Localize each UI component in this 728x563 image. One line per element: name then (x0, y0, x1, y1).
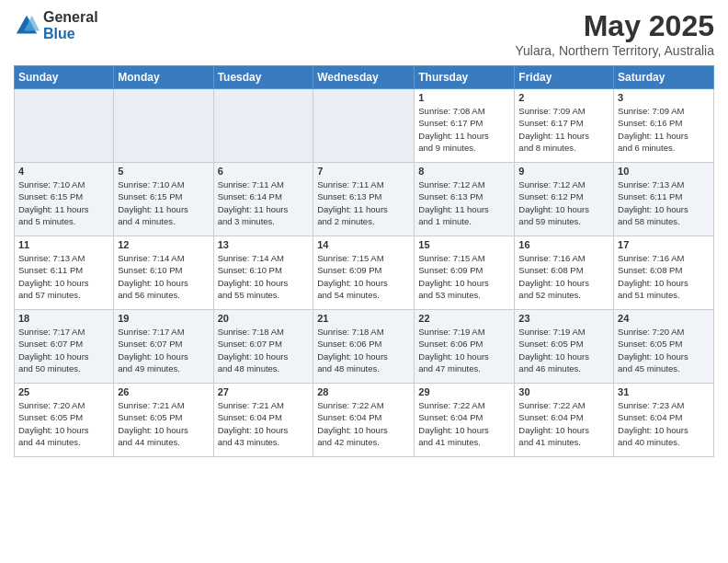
day-info: Sunrise: 7:13 AMSunset: 6:11 PMDaylight:… (18, 252, 109, 301)
calendar-table: SundayMondayTuesdayWednesdayThursdayFrid… (14, 65, 714, 457)
day-number: 8 (418, 166, 510, 177)
day-info: Sunrise: 7:21 AMSunset: 6:05 PMDaylight:… (118, 399, 209, 448)
day-number: 20 (218, 313, 310, 324)
calendar-cell: 3Sunrise: 7:09 AMSunset: 6:16 PMDaylight… (614, 89, 714, 163)
calendar-cell: 2Sunrise: 7:09 AMSunset: 6:17 PMDaylight… (515, 89, 614, 163)
calendar-cell: 16Sunrise: 7:16 AMSunset: 6:08 PMDayligh… (515, 236, 614, 310)
day-number: 5 (118, 166, 209, 177)
day-info: Sunrise: 7:14 AMSunset: 6:10 PMDaylight:… (218, 252, 310, 301)
day-number: 2 (518, 92, 609, 103)
header-day-monday: Monday (114, 66, 213, 89)
calendar-cell (313, 89, 415, 163)
day-number: 24 (618, 313, 710, 324)
calendar-cell: 31Sunrise: 7:23 AMSunset: 6:04 PMDayligh… (614, 384, 714, 457)
week-row-3: 11Sunrise: 7:13 AMSunset: 6:11 PMDayligh… (15, 236, 714, 310)
calendar-cell: 12Sunrise: 7:14 AMSunset: 6:10 PMDayligh… (114, 236, 213, 310)
header-day-sunday: Sunday (15, 66, 114, 89)
day-number: 4 (18, 166, 109, 177)
day-info: Sunrise: 7:16 AMSunset: 6:08 PMDaylight:… (518, 252, 609, 301)
day-number: 11 (18, 239, 109, 250)
title-block: May 2025 Yulara, Northern Territory, Aus… (515, 9, 714, 58)
logo-blue-text: Blue (43, 26, 98, 42)
calendar-cell: 8Sunrise: 7:12 AMSunset: 6:13 PMDaylight… (415, 163, 515, 236)
calendar-cell: 13Sunrise: 7:14 AMSunset: 6:10 PMDayligh… (213, 236, 313, 310)
day-info: Sunrise: 7:19 AMSunset: 6:05 PMDaylight:… (518, 326, 609, 374)
calendar-cell (213, 89, 313, 163)
calendar-cell: 27Sunrise: 7:21 AMSunset: 6:04 PMDayligh… (213, 384, 313, 457)
day-number: 15 (418, 239, 510, 250)
day-info: Sunrise: 7:09 AMSunset: 6:16 PMDaylight:… (618, 105, 710, 154)
month-year: May 2025 (515, 9, 714, 43)
day-number: 18 (18, 313, 109, 324)
calendar-cell: 6Sunrise: 7:11 AMSunset: 6:14 PMDaylight… (213, 163, 313, 236)
calendar-cell: 19Sunrise: 7:17 AMSunset: 6:07 PMDayligh… (114, 310, 213, 384)
day-number: 9 (518, 166, 609, 177)
header-day-saturday: Saturday (614, 66, 714, 89)
calendar-cell: 17Sunrise: 7:16 AMSunset: 6:08 PMDayligh… (614, 236, 714, 310)
week-row-4: 18Sunrise: 7:17 AMSunset: 6:07 PMDayligh… (15, 310, 714, 384)
header-day-tuesday: Tuesday (213, 66, 313, 89)
day-info: Sunrise: 7:22 AMSunset: 6:04 PMDaylight:… (518, 399, 609, 448)
calendar-cell: 26Sunrise: 7:21 AMSunset: 6:05 PMDayligh… (114, 384, 213, 457)
day-info: Sunrise: 7:15 AMSunset: 6:09 PMDaylight:… (317, 252, 410, 301)
calendar-cell: 1Sunrise: 7:08 AMSunset: 6:17 PMDaylight… (415, 89, 515, 163)
day-info: Sunrise: 7:18 AMSunset: 6:07 PMDaylight:… (218, 326, 310, 374)
calendar-cell: 4Sunrise: 7:10 AMSunset: 6:15 PMDaylight… (15, 163, 114, 236)
day-info: Sunrise: 7:23 AMSunset: 6:04 PMDaylight:… (618, 399, 710, 448)
day-number: 10 (618, 166, 710, 177)
header-day-wednesday: Wednesday (313, 66, 415, 89)
calendar-cell: 23Sunrise: 7:19 AMSunset: 6:05 PMDayligh… (515, 310, 614, 384)
day-number: 30 (518, 386, 609, 397)
day-number: 17 (618, 239, 710, 250)
calendar-cell: 29Sunrise: 7:22 AMSunset: 6:04 PMDayligh… (415, 384, 515, 457)
header-row: SundayMondayTuesdayWednesdayThursdayFrid… (15, 66, 714, 89)
calendar-body: 1Sunrise: 7:08 AMSunset: 6:17 PMDaylight… (15, 89, 714, 457)
day-info: Sunrise: 7:22 AMSunset: 6:04 PMDaylight:… (418, 399, 510, 448)
day-number: 6 (218, 166, 310, 177)
logo-icon (14, 13, 40, 39)
header-day-friday: Friday (515, 66, 614, 89)
day-number: 29 (418, 386, 510, 397)
day-number: 14 (317, 239, 410, 250)
calendar-cell: 9Sunrise: 7:12 AMSunset: 6:12 PMDaylight… (515, 163, 614, 236)
day-number: 19 (118, 313, 209, 324)
day-number: 22 (418, 313, 510, 324)
day-number: 28 (317, 386, 410, 397)
week-row-1: 1Sunrise: 7:08 AMSunset: 6:17 PMDaylight… (15, 89, 714, 163)
week-row-2: 4Sunrise: 7:10 AMSunset: 6:15 PMDaylight… (15, 163, 714, 236)
day-info: Sunrise: 7:18 AMSunset: 6:06 PMDaylight:… (317, 326, 410, 374)
calendar-cell: 25Sunrise: 7:20 AMSunset: 6:05 PMDayligh… (15, 384, 114, 457)
day-info: Sunrise: 7:14 AMSunset: 6:10 PMDaylight:… (118, 252, 209, 301)
day-number: 27 (218, 386, 310, 397)
day-info: Sunrise: 7:16 AMSunset: 6:08 PMDaylight:… (618, 252, 710, 301)
calendar-cell: 15Sunrise: 7:15 AMSunset: 6:09 PMDayligh… (415, 236, 515, 310)
day-info: Sunrise: 7:11 AMSunset: 6:14 PMDaylight:… (218, 178, 310, 227)
day-number: 3 (618, 92, 710, 103)
header-day-thursday: Thursday (415, 66, 515, 89)
day-number: 31 (618, 386, 710, 397)
day-info: Sunrise: 7:12 AMSunset: 6:13 PMDaylight:… (418, 178, 510, 227)
calendar-cell: 5Sunrise: 7:10 AMSunset: 6:15 PMDaylight… (114, 163, 213, 236)
day-info: Sunrise: 7:21 AMSunset: 6:04 PMDaylight:… (218, 399, 310, 448)
calendar-cell: 30Sunrise: 7:22 AMSunset: 6:04 PMDayligh… (515, 384, 614, 457)
day-info: Sunrise: 7:19 AMSunset: 6:06 PMDaylight:… (418, 326, 510, 374)
location: Yulara, Northern Territory, Australia (515, 43, 714, 58)
calendar-cell: 7Sunrise: 7:11 AMSunset: 6:13 PMDaylight… (313, 163, 415, 236)
day-number: 21 (317, 313, 410, 324)
calendar-cell: 14Sunrise: 7:15 AMSunset: 6:09 PMDayligh… (313, 236, 415, 310)
day-number: 25 (18, 386, 109, 397)
day-number: 12 (118, 239, 209, 250)
day-info: Sunrise: 7:17 AMSunset: 6:07 PMDaylight:… (118, 326, 209, 374)
calendar-cell: 11Sunrise: 7:13 AMSunset: 6:11 PMDayligh… (15, 236, 114, 310)
calendar-cell (114, 89, 213, 163)
calendar-header: SundayMondayTuesdayWednesdayThursdayFrid… (15, 66, 714, 89)
day-info: Sunrise: 7:09 AMSunset: 6:17 PMDaylight:… (518, 105, 609, 154)
day-info: Sunrise: 7:22 AMSunset: 6:04 PMDaylight:… (317, 399, 410, 448)
calendar-cell: 28Sunrise: 7:22 AMSunset: 6:04 PMDayligh… (313, 384, 415, 457)
day-info: Sunrise: 7:20 AMSunset: 6:05 PMDaylight:… (618, 326, 710, 374)
day-info: Sunrise: 7:11 AMSunset: 6:13 PMDaylight:… (317, 178, 410, 227)
day-info: Sunrise: 7:17 AMSunset: 6:07 PMDaylight:… (18, 326, 109, 374)
day-number: 26 (118, 386, 209, 397)
day-info: Sunrise: 7:10 AMSunset: 6:15 PMDaylight:… (118, 178, 209, 227)
logo-text: General Blue (43, 9, 98, 41)
